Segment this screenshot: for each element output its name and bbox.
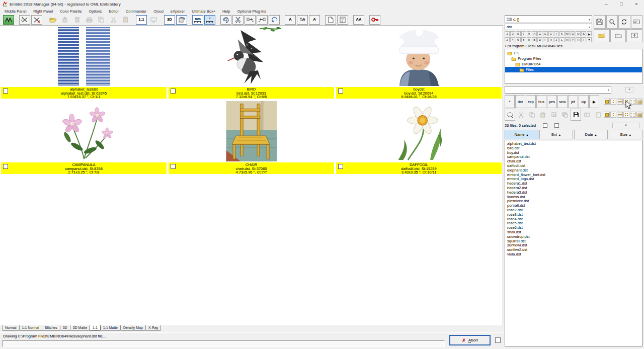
menu-item[interactable]: Ultimate Box+ <box>188 9 219 14</box>
file-list-item[interactable]: hedera1.dst <box>507 182 642 186</box>
refresh-button[interactable] <box>618 15 630 29</box>
right-panel-tools-button[interactable] <box>31 15 42 25</box>
letter-filter-button[interactable]: P <box>571 37 576 42</box>
menu-item[interactable]: Color Palette <box>56 9 85 14</box>
design-thumbnail-chair[interactable] <box>168 99 335 162</box>
letter-filter-button[interactable]: B <box>532 37 537 42</box>
design-checkbox[interactable] <box>171 164 176 169</box>
file-list-item[interactable]: rose4.dst <box>507 217 642 222</box>
sort-by-date-button[interactable]: Date▲ <box>574 130 608 139</box>
design-label[interactable]: CAMPANULA campanul.dst, St:8358 2.71x3.2… <box>1 162 167 174</box>
filter-checkbox-1[interactable] <box>543 123 547 128</box>
status-checkbox[interactable] <box>495 337 501 343</box>
file-list-item[interactable]: rose5.dst <box>507 221 642 226</box>
extension-filter-select[interactable]: dst ▾ <box>505 24 592 30</box>
format-filter-button[interactable]: vip <box>579 95 589 108</box>
design-checkbox[interactable] <box>338 164 343 169</box>
letter-filter-button[interactable]: A <box>532 31 537 36</box>
letter-filter-button[interactable]: K <box>559 31 565 36</box>
minimize-button[interactable]: – <box>599 1 614 8</box>
save-as-button[interactable] <box>594 15 606 29</box>
file-list-item[interactable]: plesnivec.dst <box>507 199 642 204</box>
design-checkbox[interactable] <box>3 89 8 94</box>
file-list-item[interactable]: squirrel.dst <box>507 239 642 244</box>
format-filter-button[interactable]: * <box>505 95 515 108</box>
design-thumbnail-bird[interactable] <box>168 26 335 87</box>
letter-filter-button[interactable]: M <box>565 31 570 36</box>
file-list-item[interactable]: embird_logo.dst <box>507 177 642 182</box>
view-large-icon-button-2[interactable] <box>604 112 610 118</box>
sort-by-size-button[interactable]: Size▲ <box>609 130 642 139</box>
letter-filter-button[interactable]: 7 <box>521 31 526 36</box>
tab-1to1-matte[interactable]: 1:1 Matte <box>100 325 121 331</box>
save-files-button[interactable] <box>571 109 581 121</box>
drive-info-button[interactable] <box>631 15 643 29</box>
letter-filter-button[interactable]: 2 <box>505 37 510 42</box>
format-filter-button[interactable]: dst <box>515 95 525 108</box>
sort-by-name-button[interactable]: Name▲ <box>505 130 538 139</box>
file-list-item[interactable]: hedera3.dst <box>507 191 642 195</box>
letter-filter-button[interactable]: Q <box>576 31 581 36</box>
view-large-icon-button[interactable] <box>604 99 610 105</box>
maximize-button[interactable]: □ <box>614 1 629 8</box>
design-label[interactable]: DAFFODIL daffodil.dst, St:15259 3.43x3.3… <box>336 162 502 174</box>
tab-3d[interactable]: 3D <box>60 325 70 331</box>
view-small-icon-button[interactable] <box>610 99 616 105</box>
view-thumbs-small-button-2[interactable] <box>623 112 629 118</box>
menu-item[interactable]: Right Panel <box>30 9 56 14</box>
letter-filter-button[interactable]: 5 <box>516 31 521 36</box>
file-list-item[interactable]: alphabet_test.dst <box>507 142 642 146</box>
format-filter-button[interactable]: ▶ <box>589 95 599 108</box>
reset-rotation-button[interactable] <box>269 15 280 25</box>
letter-filter-button[interactable]: N <box>565 37 570 42</box>
design-label[interactable]: boydst boy.dst, St:20694 5.94x6.01 ", Ct… <box>336 87 502 99</box>
letter-filter-button[interactable]: J <box>554 37 559 42</box>
view-thumbs-large-button[interactable] <box>636 99 642 105</box>
file-list-item[interactable]: rose3.dst <box>507 213 642 217</box>
file-list-item[interactable]: bird.dst <box>507 146 642 151</box>
filter-checkbox-2[interactable] <box>554 123 559 128</box>
format-filter-button[interactable]: sew <box>557 95 568 108</box>
design-label[interactable]: alphabet_testdst alphabet_test.dst, St:6… <box>1 87 167 99</box>
new-page-button[interactable] <box>325 15 336 25</box>
folder-button[interactable] <box>610 29 626 43</box>
menu-item[interactable]: Help <box>219 9 233 14</box>
format-filter-button[interactable]: hus <box>536 95 546 108</box>
drive-select[interactable]: c: [] ▾ <box>505 15 592 23</box>
search-button[interactable] <box>606 15 618 29</box>
abort-button[interactable]: ✗ Abort <box>449 335 491 345</box>
view-small-icon-button-2[interactable] <box>610 112 616 118</box>
letter-filter-button[interactable]: 9 <box>527 31 532 36</box>
file-list-item[interactable]: hedera2.dst <box>507 186 642 191</box>
file-list-item[interactable]: sunflwr2.dst <box>507 248 642 252</box>
menu-item[interactable]: Cloud <box>150 9 167 14</box>
tab-stitches[interactable]: Stitches <box>42 325 60 331</box>
file-list-item[interactable]: viola.dst <box>507 252 642 257</box>
new-folder-button[interactable] <box>594 29 610 43</box>
3d-rotate-button[interactable] <box>176 15 187 25</box>
rotate-design-button[interactable] <box>220 15 231 25</box>
letter-filter-button[interactable]: T <box>581 37 586 42</box>
letter-filter-button[interactable]: 1 <box>505 31 510 36</box>
menu-item[interactable]: Middle Panel <box>1 9 30 14</box>
file-list-item[interactable]: sunflowr.dst <box>507 243 642 248</box>
letter-filter-button[interactable]: H <box>548 37 553 42</box>
menu-item[interactable]: Options <box>86 9 106 14</box>
file-list-item[interactable]: rose6.dst <box>507 226 642 230</box>
letter-filter-button[interactable]: F <box>543 37 548 42</box>
letter-filter-button[interactable]: 6 <box>516 37 521 42</box>
tab-1to1-normal[interactable]: 1:1 Normal <box>19 325 42 331</box>
letter-filter-button[interactable]: L <box>559 37 565 42</box>
letter-filter-button[interactable]: E <box>543 31 548 36</box>
tree-item-root[interactable]: C:\ <box>505 50 642 56</box>
view-list-button[interactable] <box>617 99 623 105</box>
menu-item[interactable]: eXplorer <box>167 9 188 14</box>
letter-filter-button[interactable]: 8 <box>521 37 526 42</box>
italic-letters-button[interactable]: A <box>309 15 320 25</box>
letter-filter-button[interactable]: I <box>554 31 559 36</box>
list-options-dropdown[interactable]: ▼ <box>612 123 639 128</box>
tree-item-program-files[interactable]: Program Files <box>505 56 642 61</box>
letter-filter-button[interactable]: O <box>571 31 576 36</box>
design-thumbnail-daffodil[interactable] <box>335 99 503 162</box>
tab-x-ray[interactable]: X-Ray <box>145 325 161 331</box>
